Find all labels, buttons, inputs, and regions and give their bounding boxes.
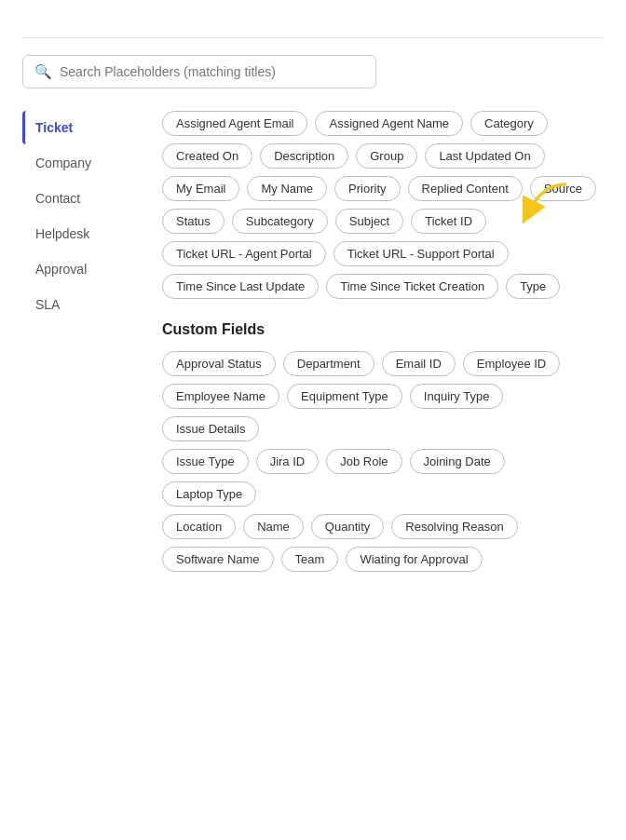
custom-field-row-5: Software NameTeamWiating for Approval: [162, 547, 604, 572]
ticket-tag-row-5: Ticket URL - Agent PortalTicket URL - Su…: [162, 241, 604, 266]
tag-ticket-url---support-portal[interactable]: Ticket URL - Support Portal: [333, 241, 509, 266]
custom-tag-issue-details[interactable]: Issue Details: [162, 416, 259, 441]
custom-tag-inquiry-type[interactable]: Inquiry Type: [410, 384, 504, 409]
tag-last-updated-on[interactable]: Last Updated On: [425, 143, 544, 169]
tag-created-on[interactable]: Created On: [162, 143, 252, 169]
ticket-tag-row-4: StatusSubcategorySubjectTicket ID: [162, 209, 604, 234]
custom-tag-jira-id[interactable]: Jira ID: [256, 449, 320, 474]
custom-tag-job-role[interactable]: Job Role: [326, 449, 401, 474]
search-bar[interactable]: 🔍: [22, 55, 376, 88]
custom-tag-employee-name[interactable]: Employee Name: [162, 384, 279, 409]
sidebar-item-helpdesk[interactable]: Helpdesk: [22, 217, 143, 251]
tag-time-since-last-update[interactable]: Time Since Last Update: [162, 274, 319, 299]
tag-subcategory[interactable]: Subcategory: [232, 209, 328, 234]
tag-my-email[interactable]: My Email: [162, 176, 239, 201]
custom-tag-wiating-for-approval[interactable]: Wiating for Approval: [346, 547, 482, 572]
custom-tag-team[interactable]: Team: [281, 547, 339, 572]
custom-tag-laptop-type[interactable]: Laptop Type: [162, 481, 256, 507]
custom-fields-title: Custom Fields: [162, 321, 604, 338]
sidebar-item-sla[interactable]: SLA: [22, 288, 143, 321]
search-input[interactable]: [60, 64, 364, 79]
tag-type[interactable]: Type: [506, 274, 560, 299]
sidebar: TicketCompanyContactHelpdeskApprovalSLA: [22, 111, 143, 579]
custom-tag-equipment-type[interactable]: Equipment Type: [287, 384, 402, 409]
custom-tag-employee-id[interactable]: Employee ID: [463, 351, 560, 376]
custom-tag-approval-status[interactable]: Approval Status: [162, 351, 276, 376]
ticket-tag-row-3: My EmailMy NamePriorityReplied Content S…: [162, 176, 604, 201]
tag-assigned-agent-name[interactable]: Assigned Agent Name: [315, 111, 463, 136]
custom-tag-joining-date[interactable]: Joining Date: [410, 449, 505, 474]
sidebar-item-approval[interactable]: Approval: [22, 252, 143, 286]
main-layout: TicketCompanyContactHelpdeskApprovalSLA …: [22, 111, 604, 579]
sidebar-item-company[interactable]: Company: [22, 146, 143, 180]
tag-replied-content[interactable]: Replied Content: [408, 176, 523, 201]
custom-field-row-3: Issue TypeJira IDJob RoleJoining DateLap…: [162, 449, 604, 507]
custom-tag-name[interactable]: Name: [243, 514, 304, 539]
custom-tag-issue-type[interactable]: Issue Type: [162, 449, 249, 474]
tag-category[interactable]: Category: [470, 111, 548, 136]
ticket-tag-row-6: Time Since Last UpdateTime Since Ticket …: [162, 274, 604, 299]
tag-status[interactable]: Status: [162, 209, 225, 234]
tag-priority[interactable]: Priority: [334, 176, 400, 201]
content-area: Assigned Agent EmailAssigned Agent NameC…: [143, 111, 604, 579]
tag-subject[interactable]: Subject: [335, 209, 403, 234]
custom-tag-quantity[interactable]: Quantity: [311, 514, 384, 539]
divider: [22, 37, 604, 38]
custom-tag-software-name[interactable]: Software Name: [162, 547, 274, 572]
custom-tag-email-id[interactable]: Email ID: [382, 351, 456, 376]
tag-my-name[interactable]: My Name: [247, 176, 327, 201]
search-icon: 🔍: [34, 63, 52, 80]
custom-tag-location[interactable]: Location: [162, 514, 236, 539]
custom-field-row-1: Approval StatusDepartmentEmail IDEmploye…: [162, 351, 604, 376]
sidebar-item-ticket[interactable]: Ticket: [22, 111, 143, 144]
custom-tag-resolving-reason[interactable]: Resolving Reason: [391, 514, 518, 539]
ticket-tag-row-1: Assigned Agent EmailAssigned Agent NameC…: [162, 111, 604, 136]
tag-ticket-url---agent-portal[interactable]: Ticket URL - Agent Portal: [162, 241, 326, 266]
custom-field-row-4: LocationNameQuantityResolving Reason: [162, 514, 604, 539]
tag-description[interactable]: Description: [260, 143, 348, 169]
custom-field-row-2: Employee NameEquipment TypeInquiry TypeI…: [162, 384, 604, 441]
custom-tag-department[interactable]: Department: [283, 351, 374, 376]
tag-assigned-agent-email[interactable]: Assigned Agent Email: [162, 111, 307, 136]
tag-source[interactable]: Source: [530, 176, 596, 201]
ticket-tag-row-2: Created OnDescriptionGroupLast Updated O…: [162, 143, 604, 169]
tag-time-since-ticket-creation[interactable]: Time Since Ticket Creation: [326, 274, 498, 299]
sidebar-item-contact[interactable]: Contact: [22, 182, 143, 215]
tag-group[interactable]: Group: [356, 143, 417, 169]
tag-ticket-id[interactable]: Ticket ID: [411, 209, 486, 234]
